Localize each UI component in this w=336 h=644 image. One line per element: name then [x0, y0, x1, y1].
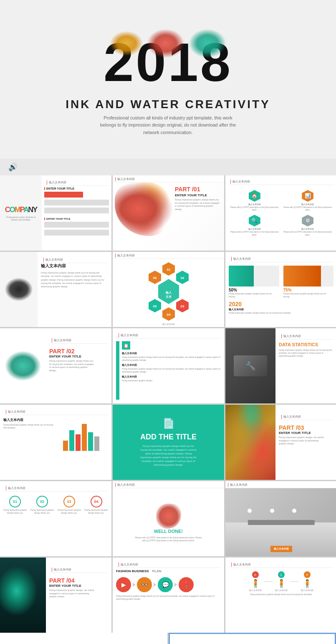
- slide10-text: 输入文本内容 Flying impression graphic design …: [3, 418, 56, 451]
- slide14-header-line: [115, 483, 116, 487]
- hex-gear: ⚙: [302, 215, 313, 226]
- hex-item-1: 🏠 输入文本内容Please add 文(LFPPT) description …: [230, 190, 280, 211]
- arrow-2: 👓: [137, 577, 152, 592]
- person-3-text: 输入文本内容: [301, 589, 313, 591]
- slide12-part: PART /03: [279, 424, 333, 431]
- battery-50-wrap: [229, 266, 279, 287]
- slide-part02: 输入文本内容 PART /02 ENTER YOUR TITLE Flying …: [0, 328, 111, 403]
- slide10-chart: [56, 418, 109, 451]
- hero-slide: 2018 INK AND WATER CREATIVITY Profession…: [0, 0, 336, 159]
- hero-year-wrap: 2018: [104, 31, 232, 94]
- slide8-header-line: [119, 333, 119, 337]
- hero-title: INK AND WATER CREATIVITY: [66, 98, 270, 111]
- slide7-header-text: 输入文本内容: [54, 338, 71, 342]
- hero-subtitle: Professional custom all kinds of industr…: [97, 114, 239, 137]
- slide10-header-line: [6, 410, 6, 414]
- slide12-desc: Flying impression graphic design, we mai…: [279, 436, 325, 446]
- slide6-header-text: 输入文本内容: [233, 257, 251, 261]
- slide16-header-line: [52, 568, 52, 572]
- svg-text:03: 03: [180, 304, 184, 308]
- slide2-header-text: 输入文本内容: [117, 177, 135, 181]
- arrow-1: ▶: [116, 577, 131, 592]
- slide15-header-line: [228, 483, 228, 487]
- slide16-desc: Flying impression graphic design, we mai…: [49, 589, 95, 598]
- arrow-connector-2: [154, 583, 156, 587]
- person-3-num: 2: [304, 571, 311, 578]
- person-1: 0 🧍 输入文本内容: [249, 571, 262, 591]
- slide9-desc: Flying impression graphic design thank y…: [279, 349, 333, 357]
- svg-text:01: 01: [167, 268, 170, 271]
- slide-addtitle: 📄 ADD THE TITLE Flying impression graphi…: [113, 405, 224, 480]
- slide-welldone: 输入文本内容 WELL DONE! Please add 文(LFPPT) de…: [113, 481, 224, 556]
- person-2: 1 🧍 输入文本内容: [275, 571, 288, 591]
- slide14-header-text: 输入文本内容: [117, 483, 135, 487]
- slide14-title: WELL DONE!: [154, 529, 183, 534]
- svg-rect-17: [76, 434, 81, 451]
- slide2-header: 输入文本内容: [113, 175, 224, 183]
- slide14-header: 输入文本内容: [113, 481, 224, 488]
- person-1-num: 0: [252, 571, 259, 578]
- hex-text-3: 输入文本内容Please add 文(LFPPT) description to…: [230, 228, 280, 236]
- last-row: 2018 感谢观看 LFPPT网提供 www.LFPPT.com: [0, 633, 336, 644]
- slide-part04: 输入文本内容 PART /04 ENTER YOUR TITLE Flying …: [0, 558, 111, 633]
- num-04-text: Flying impression graphic design thank y…: [84, 509, 108, 514]
- slide10-title: 输入文本内容: [3, 418, 56, 422]
- battery-75-fill: [283, 266, 321, 287]
- slide-company: COMPANY Professional custom all kinds of…: [0, 175, 111, 251]
- slide5-header: 输入文本内容: [113, 252, 224, 259]
- slide14-ink: [156, 504, 181, 529]
- slide16-right: 输入文本内容 PART /04 ENTER YOUR TITLE Flying …: [46, 558, 111, 633]
- slide11-content: 📄 ADD THE TITLE Flying impression graphi…: [134, 405, 203, 480]
- chair-2: [270, 509, 274, 513]
- speaker-icon: 🔊: [8, 162, 18, 172]
- slide2-desc: Flying impression graphic design thank y…: [175, 198, 221, 211]
- num-02-text: Flying impression graphic design thank y…: [30, 509, 54, 514]
- slide-part03: 输入文本内容 PART /03 ENTER YOUR TITLE Flying …: [225, 405, 336, 480]
- circle-01: 01: [9, 496, 21, 507]
- slide11-desc: Flying impression graphic design thank y…: [139, 444, 198, 467]
- slide7-header-line: [52, 338, 52, 342]
- svg-text:02: 02: [180, 276, 184, 280]
- svg-text:输入: 输入: [165, 291, 172, 294]
- hex-grid: 🏠 输入文本内容Please add 文(LFPPT) description …: [228, 188, 334, 238]
- slide17-desc: Flying impression graphic design thank y…: [116, 595, 221, 601]
- slide1-header: 输入文本内容: [44, 179, 109, 186]
- person-3: 2 🧍 输入文本内容: [301, 571, 313, 591]
- slide8-timeline: 📋 输入文本内容 Flying impression graphic desig…: [116, 341, 221, 400]
- slide15-photo: 输入文本内容: [225, 488, 336, 556]
- num-04: 04 Flying impression graphic design than…: [84, 496, 108, 514]
- person-1-text: 输入文本内容: [249, 589, 262, 591]
- connector-2: [290, 581, 298, 582]
- slide17-titles: FASHION BUSINESS PLAN: [116, 569, 221, 573]
- person-2-icon: 🧍: [277, 579, 286, 588]
- slide14-desc: Please add 文(LFPPT) description to the f…: [135, 536, 202, 542]
- arrow-4: 📍: [179, 577, 194, 592]
- slide17-title2: PLAN: [152, 569, 162, 573]
- slide7-ink-blob: [4, 347, 42, 385]
- num-03: 03 Flying impression graphic design than…: [58, 496, 81, 514]
- slide12-title: ENTER YOUR TITLE: [279, 431, 333, 435]
- slide1-line-gray3: [44, 222, 109, 228]
- slide18-header-line: [231, 563, 232, 567]
- slide-last-2018: 2018 感谢观看: [0, 633, 167, 644]
- slide1-line-gray4: [44, 230, 109, 236]
- hex-cycle-svg: 01 02 03 04 05 06 输入 文本: [137, 260, 200, 323]
- speaker-area: 🔊: [0, 159, 336, 175]
- slide8-item2-title: 输入文本内容: [122, 364, 221, 367]
- slide-hexcycle: 输入文本内容 01 02 03 04 05 06 输入 文本 输入文本内容: [113, 252, 224, 327]
- slide8-item3-title: 输入文本内容: [122, 375, 221, 378]
- chair-1: [248, 509, 252, 513]
- slide4-header: 输入文本内容: [41, 256, 108, 263]
- slide15-header-text: 输入文本内容: [230, 483, 248, 487]
- slide4-desc: Flying impression graphic design thank y…: [41, 271, 108, 288]
- red-ink-blob: [115, 182, 173, 236]
- slide6-year: 2020: [229, 301, 242, 307]
- svg-text:06: 06: [153, 276, 157, 280]
- slide8-item2-desc: Flying impression graphic design thank y…: [122, 368, 221, 373]
- slide7-title: ENTER YOUR TITLE: [49, 355, 108, 358]
- slide16-title: ENTER YOUR TITLE: [49, 584, 108, 588]
- slide15-box-text: 输入文本内容: [270, 546, 292, 552]
- slide16-header: 输入文本内容: [49, 566, 108, 573]
- slide3-header-line: [230, 180, 231, 184]
- num-01: 01 Flying impression graphic design than…: [3, 496, 27, 514]
